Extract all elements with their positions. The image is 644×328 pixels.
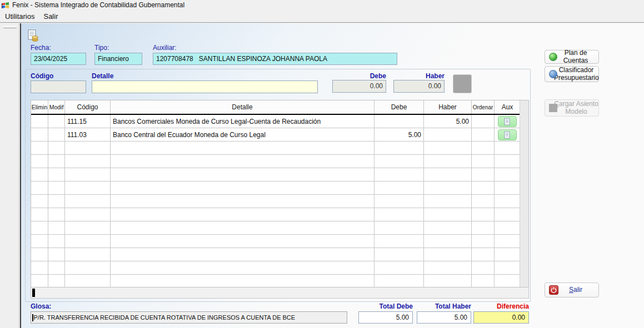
- menu-item-salir[interactable]: Salir: [39, 11, 62, 22]
- main-panel: Fecha: 23/04/2025 Tipo: Financiero Auxil…: [21, 23, 644, 328]
- window-title: Fenix - Sistema Integrado de Contabilida…: [12, 1, 184, 9]
- column-header-ordenar[interactable]: Ordenar: [472, 100, 495, 114]
- modif-cell: [48, 128, 65, 142]
- horizontal-scrollbar-thumb[interactable]: [32, 289, 35, 297]
- debe-cell: [375, 168, 424, 181]
- debe-cell: [375, 181, 424, 195]
- aux-cell: [495, 142, 521, 155]
- clasificador-presupuestario-button[interactable]: Clasificador Presupuestario: [545, 66, 599, 82]
- debe-input[interactable]: 0.00: [332, 80, 386, 93]
- table-row[interactable]: [31, 181, 521, 195]
- aux-cell: [495, 208, 521, 221]
- elimin-cell: [31, 115, 48, 128]
- gray-square-button[interactable]: [453, 74, 472, 93]
- fecha-label: Fecha:: [31, 44, 51, 52]
- column-header-debe[interactable]: Debe: [375, 100, 424, 114]
- table-body: 111.15Bancos Comerciales Moneda de Curso…: [31, 115, 521, 288]
- codigo-cell: [65, 261, 111, 275]
- table-row[interactable]: [31, 168, 521, 181]
- haber-cell: [424, 261, 472, 275]
- table-row[interactable]: [31, 195, 521, 208]
- column-header-haber[interactable]: Haber: [424, 100, 472, 114]
- column-header-aux[interactable]: Aux: [495, 100, 521, 114]
- green-sphere-icon: [549, 53, 557, 61]
- glosa-input[interactable]: P/R. TRANSFERENCIA RECIBIDA DE CUENTA RO…: [31, 311, 347, 324]
- elimin-cell: [31, 235, 48, 248]
- table-row[interactable]: [31, 142, 521, 155]
- table-row[interactable]: [31, 275, 521, 288]
- modif-cell: [48, 221, 65, 235]
- table-row[interactable]: [31, 208, 521, 221]
- haber-input[interactable]: 0.00: [393, 80, 445, 93]
- detalle-cell: [111, 168, 375, 181]
- detalle-cell: [111, 221, 375, 235]
- aux-cell: [495, 195, 521, 208]
- splitter-handle[interactable]: [3, 26, 17, 28]
- fecha-input[interactable]: 23/04/2025: [31, 53, 86, 65]
- tipo-label: Tipo:: [94, 44, 109, 52]
- table-row[interactable]: [31, 261, 521, 275]
- cargar-asiento-modelo-button[interactable]: Cargar Asiento Modelo: [545, 99, 599, 117]
- debe-cell: [375, 235, 424, 248]
- codigo-cell: [65, 168, 111, 181]
- detalle-cell: [111, 181, 375, 195]
- table-row[interactable]: [31, 235, 521, 248]
- table-row[interactable]: 111.15Bancos Comerciales Moneda de Curso…: [31, 115, 521, 128]
- debe-cell: [375, 195, 424, 208]
- detalle-label: Detalle: [92, 72, 113, 80]
- detalle-cell: [111, 275, 375, 288]
- table-row[interactable]: [31, 248, 521, 261]
- aux-cell: [495, 128, 521, 142]
- codigo-cell: 111.15: [65, 115, 111, 128]
- column-header-modif[interactable]: Modif: [48, 100, 65, 114]
- tipo-input[interactable]: Financiero: [94, 53, 142, 65]
- detalle-input[interactable]: [92, 80, 318, 93]
- table-row[interactable]: [31, 155, 521, 168]
- codigo-cell: [65, 142, 111, 155]
- entries-table: EliminModifCódigoDetalleDebeHaberOrdenar…: [31, 100, 529, 287]
- text-caret: [32, 314, 33, 321]
- ordenar-cell: [472, 235, 495, 248]
- aux-button[interactable]: [498, 116, 517, 127]
- aux-cell: [495, 155, 521, 168]
- elimin-cell: [31, 221, 48, 235]
- salir-button[interactable]: Salir: [545, 282, 599, 297]
- ordenar-cell: [472, 142, 495, 155]
- new-entry-toolbar-button[interactable]: [24, 28, 41, 43]
- aux-cell: [495, 181, 521, 195]
- column-header-detalle[interactable]: Detalle: [111, 100, 375, 114]
- workspace: Fecha: 23/04/2025 Tipo: Financiero Auxil…: [0, 22, 644, 328]
- haber-cell: [424, 181, 472, 195]
- menu-item-utilitarios[interactable]: Utilitarios: [1, 11, 39, 22]
- codigo-input[interactable]: [31, 80, 86, 93]
- aux-button[interactable]: [498, 129, 517, 140]
- detalle-cell: [111, 248, 375, 261]
- table-row[interactable]: 111.03Banco Central del Ecuador Moneda d…: [31, 128, 521, 142]
- aux-cell: [495, 115, 521, 128]
- column-header-elimin[interactable]: Elimin: [31, 100, 48, 114]
- haber-label: Haber: [393, 72, 445, 80]
- haber-cell: [424, 235, 472, 248]
- glosa-label: Glosa:: [31, 302, 51, 310]
- detalle-cell: [111, 235, 375, 248]
- haber-cell: [424, 155, 472, 168]
- elimin-cell: [31, 248, 48, 261]
- codigo-cell: [65, 208, 111, 221]
- detalle-cell: [111, 261, 375, 275]
- plan-de-cuentas-button[interactable]: Plan de Cuentas: [545, 50, 599, 64]
- aux-cell: [495, 275, 521, 288]
- auxiliar-input[interactable]: 1207708478 SANTILLAN ESPINOZA JOHANNA PA…: [153, 53, 397, 65]
- total-debe-field: 5.00: [358, 311, 413, 324]
- vertical-scrollbar[interactable]: [520, 100, 528, 287]
- codigo-cell: [65, 235, 111, 248]
- column-header-codigo[interactable]: Código: [65, 100, 111, 114]
- debe-label: Debe: [332, 72, 386, 80]
- elimin-cell: [31, 195, 48, 208]
- haber-cell: [424, 275, 472, 288]
- horizontal-scrollbar[interactable]: [31, 287, 529, 299]
- ordenar-cell: [472, 248, 495, 261]
- total-debe-label: Total Debe: [358, 302, 413, 310]
- table-row[interactable]: [31, 221, 521, 235]
- auxiliar-label: Auxiliar:: [153, 44, 177, 52]
- modif-cell: [48, 115, 65, 128]
